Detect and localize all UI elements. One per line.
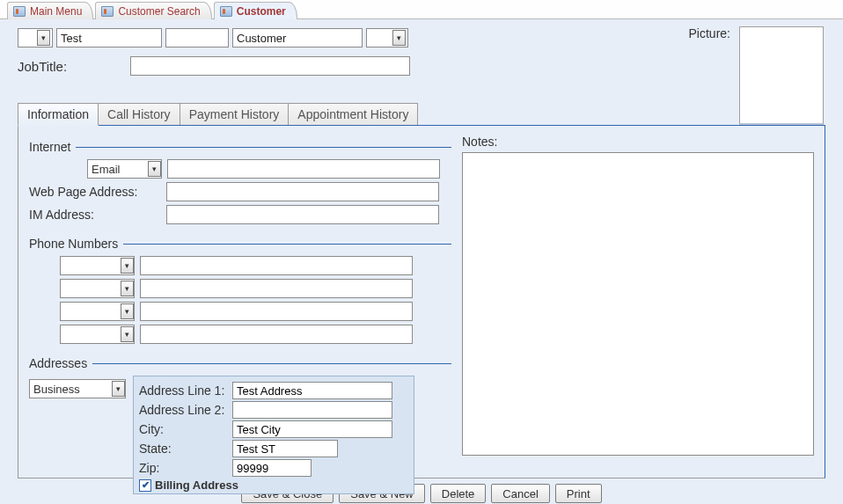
phone-type-select[interactable]: ▾ [60,325,135,344]
jobtitle-field[interactable] [130,56,410,76]
doc-tab-label: Main Menu [30,5,82,18]
phone-number-field[interactable] [140,325,413,344]
picture-label: Picture: [689,26,730,40]
phone-number-field[interactable] [140,302,413,321]
billing-label: Billing Address [155,478,238,492]
address-wrap: Business ▾ Address Line 1: Address Line … [29,376,451,494]
doc-tab-main-menu[interactable]: Main Menu [7,2,93,19]
phone-type-select[interactable]: ▾ [60,279,135,298]
form-icon [101,6,114,17]
addr-zip-field[interactable] [232,459,312,477]
addresses-legend: Addresses [29,356,451,370]
chevron-down-icon: ▾ [121,326,134,342]
billing-checkbox[interactable]: ✔ [139,479,151,492]
phone-row: ▾ [29,279,451,298]
chevron-down-icon: ▾ [121,281,134,296]
im-row: IM Address: [29,205,451,224]
email-type-select[interactable]: Email ▾ [87,159,162,179]
tab-appointment-history[interactable]: Appointment History [289,103,418,126]
im-field[interactable] [166,205,439,224]
chevron-down-icon: ▾ [392,30,406,46]
addr-line2-field[interactable] [232,401,392,419]
chevron-down-icon: ▾ [121,303,134,319]
print-button[interactable]: Print [555,484,602,503]
addr-state-field[interactable] [232,440,338,457]
middle-name-field[interactable] [165,28,229,47]
notes-label: Notes: [462,135,814,149]
notes-field[interactable] [462,152,814,456]
addr-city-field[interactable] [232,420,392,438]
doc-tab-customer[interactable]: Customer [214,2,297,19]
addr-line1-label: Address Line 1: [139,383,229,398]
phone-number-field[interactable] [140,256,413,275]
jobtitle-label: JobTitle: [18,59,123,74]
phone-type-select[interactable]: ▾ [60,302,135,321]
addr-line2-label: Address Line 2: [139,403,229,417]
document-tab-strip: Main Menu Customer Search Customer [0,0,843,19]
tab-payment-history[interactable]: Payment History [180,103,290,126]
tab-page-information: Internet Email ▾ Web Page Address: [18,125,825,478]
addr-city-label: City: [139,422,229,436]
doc-tab-customer-search[interactable]: Customer Search [95,2,211,19]
webpage-field[interactable] [166,182,439,201]
last-name-field[interactable] [232,28,363,47]
chevron-down-icon: ▾ [37,30,50,46]
email-field[interactable] [167,159,440,179]
phone-row: ▾ [29,302,451,321]
picture-frame[interactable] [739,26,824,125]
phone-legend: Phone Numbers [29,237,451,251]
tab-information[interactable]: Information [18,103,99,126]
first-name-field[interactable] [56,28,162,47]
phone-type-select[interactable]: ▾ [60,256,135,275]
doc-tab-label: Customer Search [118,5,200,18]
addr-line1-field[interactable] [232,382,392,399]
customer-form-window: Main Menu Customer Search Customer Pictu… [0,0,843,504]
right-column: Notes: [462,135,814,469]
internet-legend: Internet [29,140,451,154]
form-body: Picture: ▾ ▾ JobTitle: Information Call … [0,19,843,504]
email-row: Email ▾ [29,159,451,179]
left-column: Internet Email ▾ Web Page Address: [29,135,451,469]
phone-number-field[interactable] [140,279,413,298]
cancel-button[interactable]: Cancel [491,484,549,503]
webpage-row: Web Page Address: [29,182,451,201]
detail-tab-control: Information Call History Payment History… [18,102,825,478]
form-icon [220,6,232,17]
picture-block: Picture: [689,26,824,125]
suffix-select[interactable]: ▾ [366,28,408,47]
address-type-select[interactable]: Business ▾ [29,379,126,398]
tab-call-history[interactable]: Call History [99,103,180,126]
doc-tab-label: Customer [237,5,286,18]
form-icon [13,6,26,17]
webpage-label: Web Page Address: [29,185,161,199]
billing-row: ✔ Billing Address [139,478,408,492]
addr-state-label: State: [139,442,229,456]
addr-zip-label: Zip: [139,461,229,475]
chevron-down-icon: ▾ [148,161,161,177]
chevron-down-icon: ▾ [121,258,134,274]
address-panel: Address Line 1: Address Line 2: City: [133,376,414,494]
chevron-down-icon: ▾ [112,381,125,397]
title-select[interactable]: ▾ [18,28,53,47]
phone-row: ▾ [29,256,451,275]
im-label: IM Address: [29,208,161,222]
phone-row: ▾ [29,325,451,344]
